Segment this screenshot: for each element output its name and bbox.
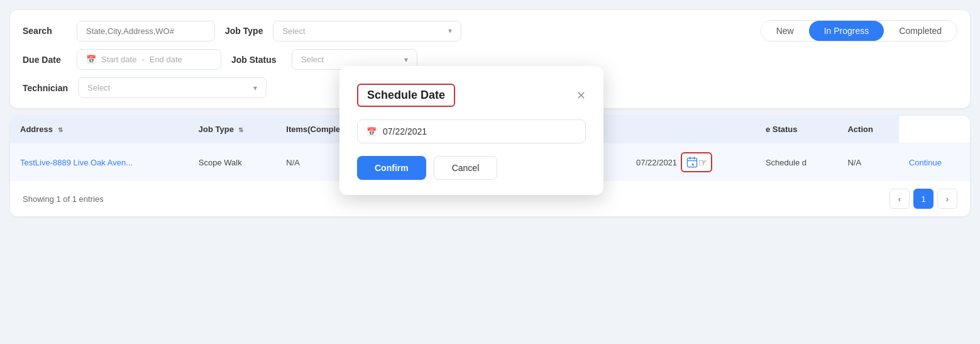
- schedule-date-value: 07/22/2021: [636, 158, 677, 167]
- status-tabs: New In Progress Completed: [761, 20, 957, 42]
- pagination: ‹ 1 ›: [889, 189, 957, 209]
- page-1-button[interactable]: 1: [913, 189, 933, 209]
- sort-icon-address: ⇅: [58, 126, 63, 133]
- col-status: e Status: [756, 116, 838, 143]
- tab-new[interactable]: New: [761, 21, 809, 41]
- modal-close-button[interactable]: ✕: [576, 90, 586, 101]
- entries-count: Showing 1 of 1 entries: [23, 194, 104, 204]
- svg-rect-0: [688, 158, 697, 167]
- chevron-down-icon3: ▾: [253, 84, 257, 92]
- col-job-type[interactable]: Job Type ⇅: [189, 116, 277, 143]
- tab-completed[interactable]: Completed: [884, 21, 957, 41]
- schedule-date-button[interactable]: ☞: [681, 152, 712, 172]
- search-label: Search: [23, 26, 67, 36]
- technician-value: Select: [87, 83, 110, 92]
- modal-title: Schedule Date: [357, 84, 455, 107]
- schedule-date-modal: Schedule Date ✕ 📅 07/22/2021 Confirm Can…: [339, 66, 603, 195]
- modal-header: Schedule Date ✕: [357, 84, 586, 107]
- job-status-value: Select: [301, 55, 324, 64]
- search-input[interactable]: [77, 21, 215, 42]
- job-type-value: Select: [282, 26, 305, 36]
- due-date-range[interactable]: 📅 Start date - End date: [77, 49, 221, 70]
- continue-link[interactable]: Continue: [909, 158, 942, 167]
- confirm-button[interactable]: Confirm: [357, 156, 426, 180]
- status-badge: Schedule: [766, 158, 800, 167]
- job-type-dropdown[interactable]: Select ▾: [273, 21, 461, 42]
- technician-dropdown[interactable]: Select ▾: [78, 77, 267, 98]
- cancel-button[interactable]: Cancel: [434, 156, 498, 180]
- calendar-edit-icon: [686, 156, 698, 169]
- col-schedule-date: [626, 116, 756, 143]
- due-date-label: Due Date: [23, 55, 67, 65]
- job-type-label: Job Type: [225, 26, 263, 36]
- end-date-placeholder: End date: [150, 55, 182, 64]
- action-label: N/A: [847, 158, 861, 167]
- chevron-down-icon2: ▾: [404, 55, 408, 64]
- cell-action: N/A: [837, 143, 898, 182]
- tab-in-progress[interactable]: In Progress: [809, 21, 884, 41]
- filter-row-1: Search Job Type Select ▾ New In Progress…: [23, 20, 957, 42]
- modal-calendar-icon: 📅: [366, 127, 377, 136]
- address-link[interactable]: TestLive-8889 Live Oak Aven...: [20, 158, 133, 167]
- modal-date-value: 07/22/2021: [383, 126, 427, 136]
- sort-icon-job-type: ⇅: [238, 126, 243, 133]
- date-separator: -: [141, 55, 144, 64]
- modal-date-field[interactable]: 📅 07/22/2021: [357, 119, 586, 143]
- cell-job-type: Scope Walk: [189, 143, 277, 182]
- cell-address: TestLive-8889 Live Oak Aven...: [10, 143, 189, 182]
- start-date-placeholder: Start date: [101, 55, 136, 64]
- cell-schedule-action: 07/22/2021 ☞: [626, 143, 756, 182]
- chevron-down-icon: ▾: [448, 26, 452, 35]
- cell-continue: Continue: [899, 143, 970, 182]
- cell-status: Schedule d: [756, 143, 838, 182]
- job-status-label: Job Status: [231, 55, 282, 65]
- calendar-icon: 📅: [86, 55, 96, 64]
- technician-label: Technician: [23, 83, 68, 93]
- prev-page-button[interactable]: ‹: [889, 189, 910, 209]
- col-address[interactable]: Address ⇅: [10, 116, 189, 143]
- next-page-button[interactable]: ›: [937, 189, 957, 209]
- modal-actions: Confirm Cancel: [357, 156, 586, 180]
- status-suffix: d: [802, 158, 807, 167]
- col-action: Action: [837, 116, 898, 143]
